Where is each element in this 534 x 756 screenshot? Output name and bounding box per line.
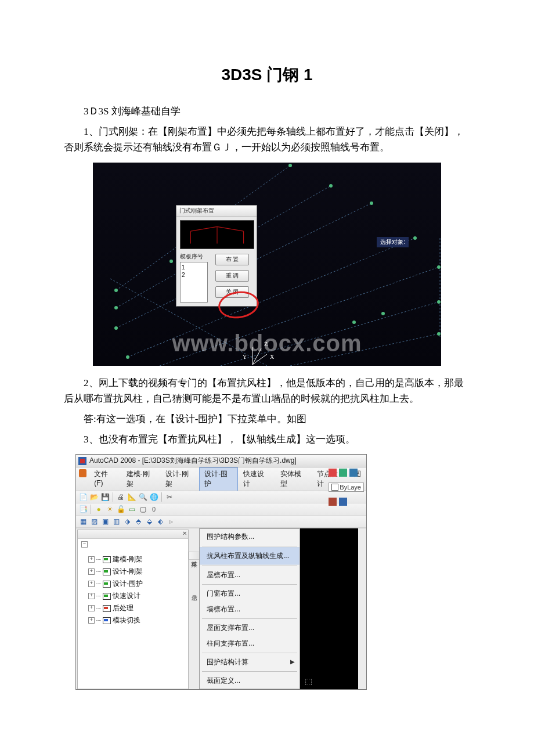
t4-icon[interactable]: ▥ <box>111 517 121 526</box>
dropdown-item[interactable]: 屋檩布置... <box>200 567 300 583</box>
t1-icon[interactable]: ▦ <box>78 517 88 526</box>
close-button[interactable]: 关 闭 <box>215 286 249 298</box>
dialog-title: 门式刚架布置 <box>176 206 257 217</box>
svg-line-5 <box>221 302 439 366</box>
right-toolstrip: ByLaye <box>329 469 364 506</box>
r-icon-3[interactable] <box>349 469 358 477</box>
t6-icon[interactable]: ⬘ <box>134 517 143 526</box>
menu-item[interactable]: 快速设计 <box>238 467 275 491</box>
toolbar-row-3[interactable]: ▦ ▨ ▣ ▥ ⬗ ⬘ ⬙ ⬖ ▹ <box>76 516 366 528</box>
r-icon-4[interactable] <box>329 498 337 506</box>
svg-point-10 <box>329 184 333 188</box>
t3-icon[interactable]: ▣ <box>100 517 110 526</box>
menu-item[interactable]: 设计-围护 <box>199 467 238 491</box>
svg-line-31 <box>190 226 217 231</box>
toolbar-row-1[interactable]: 📄 📂 💾 🖨 📐 🔍 🌐 ✂ <box>76 491 366 503</box>
vtab-label2: 信息 <box>189 588 199 592</box>
menubar[interactable]: 文件(F)建模-刚架设计-刚架设计-围护快速设计实体模型节点设计图 <box>76 467 366 491</box>
sun-icon[interactable]: ☀ <box>105 505 114 514</box>
svg-point-9 <box>288 164 292 167</box>
screenshot-1: Z Y X 门式刚架布置 <box>93 163 441 366</box>
menu-item[interactable]: 文件(F) <box>89 467 121 491</box>
dropdown-item[interactable]: 柱间支撑布置... <box>200 636 300 651</box>
layer-zero[interactable]: 0 <box>149 505 158 514</box>
svg-text:Y: Y <box>243 354 247 360</box>
svg-point-22 <box>352 321 356 324</box>
save-icon[interactable]: 💾 <box>100 492 110 502</box>
tree-item[interactable]: +快速设计 <box>88 590 188 602</box>
file-icon[interactable] <box>79 469 86 477</box>
menu-item[interactable]: 实体模型 <box>275 467 312 491</box>
dropdown-item[interactable]: 围护结构计算▶ <box>200 654 300 670</box>
dropdown-item[interactable]: 墙檩布置... <box>200 602 300 617</box>
svg-point-12 <box>413 236 417 240</box>
refresh-button[interactable]: 重 调 <box>215 270 249 282</box>
t9-icon[interactable]: ▹ <box>167 517 176 526</box>
tree-item[interactable]: +后处理 <box>88 602 188 614</box>
svg-point-21 <box>381 312 385 315</box>
tree-item[interactable]: +设计-刚架 <box>88 566 188 578</box>
dropdown-menu[interactable]: 围护结构参数...抗风柱布置及纵轴线生成...屋檩布置...门窗布置...墙檩布… <box>199 528 300 689</box>
new-icon[interactable]: 📄 <box>78 492 88 502</box>
preview-icon[interactable]: 🔍 <box>138 492 147 502</box>
dialog-frame-layout[interactable]: 门式刚架布置 <box>176 205 257 307</box>
dropdown-item[interactable]: 抗风柱布置及纵轴线生成... <box>200 548 300 564</box>
t8-icon[interactable]: ⬖ <box>156 517 165 526</box>
toolbar-row-2[interactable]: 📑 ● ☀ 🔓 ▭ ▢ 0 <box>76 503 366 516</box>
svg-point-14 <box>437 300 441 304</box>
publish-icon[interactable]: 🌐 <box>149 492 158 502</box>
color-icon[interactable]: ▢ <box>138 505 147 514</box>
svg-point-15 <box>437 332 441 336</box>
paragraph-2: 2、网上下载的视频有专门的【布置抗风柱】，他是低版本的，自己用的是高版本，那最后… <box>64 375 470 406</box>
paragraph-3: 3、也没有布置完【布置抗风柱】，【纵轴线生成】这一选项。 <box>64 431 470 447</box>
list-item[interactable]: 2 <box>182 271 206 279</box>
tree-root[interactable]: − <box>81 540 188 549</box>
tree-panel[interactable]: ✕ − +建模-刚架+设计-刚架+设计-围护+快速设计+后处理+模块切换 <box>77 530 189 689</box>
svg-point-17 <box>114 306 118 309</box>
page-title: 3D3S 门钢 1 <box>64 64 470 86</box>
r-icon-5[interactable] <box>339 498 347 506</box>
cut-icon[interactable]: ✂ <box>165 492 174 502</box>
svg-point-20 <box>169 260 173 263</box>
tree-item[interactable]: +建模-刚架 <box>88 553 188 566</box>
lock-icon[interactable]: 🔓 <box>116 505 125 514</box>
svg-point-16 <box>114 289 118 292</box>
dropdown-item[interactable]: 围护结构参数... <box>200 529 300 545</box>
vertical-tab[interactable]: 菜单 信息 <box>189 528 199 689</box>
dropdown-item[interactable]: 门窗布置... <box>200 586 300 602</box>
template-list[interactable]: 1 2 <box>180 262 208 303</box>
menu-item[interactable]: 建模-刚架 <box>121 467 160 491</box>
dropdown-item[interactable]: 屋面支撑布置... <box>200 620 300 636</box>
t7-icon[interactable]: ⬙ <box>145 517 154 526</box>
dropdown-item[interactable]: 截面定义... <box>200 673 300 689</box>
place-button[interactable]: 布 置 <box>215 254 249 265</box>
svg-point-13 <box>437 265 441 269</box>
r-icon-1[interactable] <box>329 469 337 477</box>
select-object-tag: 选择对象: <box>377 237 409 247</box>
svg-point-19 <box>126 355 129 359</box>
bylayer-box[interactable]: ByLaye <box>329 483 364 492</box>
t5-icon[interactable]: ⬗ <box>122 517 132 526</box>
panel-close-icon[interactable]: ✕ <box>182 530 187 537</box>
t2-icon[interactable]: ▨ <box>89 517 99 526</box>
tree-item[interactable]: +模块切换 <box>88 614 188 627</box>
print-icon[interactable]: 🖨 <box>116 492 125 502</box>
list-item[interactable]: 1 <box>182 264 206 271</box>
vtab-label[interactable]: 菜单 <box>189 552 200 560</box>
window-title: AutoCAD 2008 - [E:\3D3S刘海峰自学练习\3D3S门钢自学练… <box>89 456 297 466</box>
menu-item[interactable]: 设计-刚架 <box>160 467 199 491</box>
tree-item[interactable]: +设计-围护 <box>88 578 188 590</box>
r-icon-2[interactable] <box>339 469 347 477</box>
screenshot-2: AutoCAD 2008 - [E:\3D3S刘海峰自学练习\3D3S门钢自学练… <box>75 454 367 690</box>
svg-line-3 <box>128 238 415 357</box>
svg-point-11 <box>370 201 373 205</box>
plot-icon[interactable]: 📐 <box>127 492 136 502</box>
window-titlebar: AutoCAD 2008 - [E:\3D3S刘海峰自学练习\3D3S门钢自学练… <box>76 455 366 467</box>
open-icon[interactable]: 📂 <box>89 492 99 502</box>
svg-point-18 <box>114 326 118 330</box>
layer-icon[interactable]: 📑 <box>78 505 88 514</box>
bulb-icon[interactable]: ● <box>94 505 103 514</box>
layer2-icon[interactable]: ▭ <box>127 505 136 514</box>
grid-axes: Z Y X <box>93 163 441 366</box>
canvas-area[interactable]: ⬚ <box>300 528 358 689</box>
